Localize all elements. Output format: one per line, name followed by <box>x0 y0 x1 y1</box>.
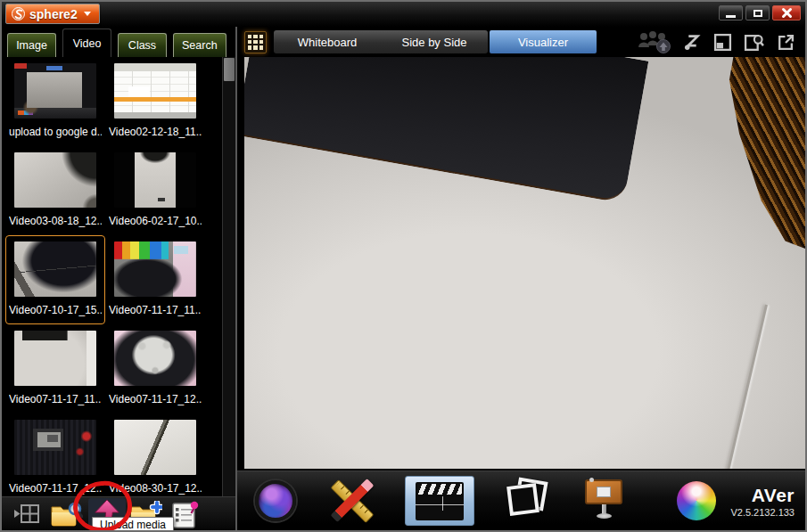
popout-window-button[interactable] <box>776 33 795 52</box>
open-folder-button[interactable] <box>49 499 83 529</box>
brand-logo: AVer <box>730 485 795 506</box>
thumbnail-list: upload to google d... Video02-12-18_11..… <box>2 57 235 496</box>
list-item[interactable]: Video02-12-18_11... <box>105 57 205 146</box>
window-controls <box>719 5 801 20</box>
thumbnail-label: Video07-10-17_15... <box>9 304 102 316</box>
tab-side-by-side-label: Side by Side <box>402 36 467 49</box>
list-item[interactable]: Video07-11-17_12... <box>105 324 205 413</box>
corner-panel-button[interactable] <box>713 33 732 52</box>
app-menu-button[interactable]: sphere2 <box>5 4 100 24</box>
camera-paper-surface <box>244 57 805 469</box>
list-item[interactable]: Video08-30-17_12... <box>105 413 205 496</box>
scrollbar-thumb[interactable] <box>224 58 235 81</box>
video-thumbnail <box>114 241 196 297</box>
annotation-tools-button[interactable] <box>330 479 375 522</box>
presentation-button[interactable] <box>583 478 624 524</box>
tab-side-by-side[interactable]: Side by Side <box>381 30 488 53</box>
video-record-button-active[interactable] <box>405 476 474 526</box>
video-thumbnail <box>14 241 96 297</box>
list-item[interactable]: Video07-11-17_11... <box>105 235 205 324</box>
folder-search-icon <box>50 501 83 528</box>
tab-visualizer-label: Visualizer <box>518 36 568 49</box>
thumbnail-label: Video06-02-17_10... <box>109 215 202 227</box>
photo-frame-icon <box>506 483 539 516</box>
video-thumbnail <box>14 63 96 119</box>
maximize-button[interactable] <box>745 5 770 20</box>
version-text: V2.5.2132.133 <box>730 507 795 518</box>
tab-visualizer[interactable]: Visualizer <box>490 30 597 53</box>
library-tab-bar: Image Video Class Search <box>2 27 235 57</box>
z-pen-button[interactable] <box>683 33 702 52</box>
app-mode-toolbar: AVer V2.5.2132.133 <box>237 471 805 530</box>
dropdown-arrow-icon <box>84 12 91 16</box>
tab-video-label: Video <box>73 37 102 50</box>
app-title: sphere2 <box>29 7 78 21</box>
video-thumbnail <box>114 152 196 208</box>
minimize-icon <box>726 15 736 18</box>
thumbnail-label: Video07-11-17_12... <box>109 393 202 405</box>
tab-class[interactable]: Class <box>118 33 167 57</box>
send-to-layout-icon <box>12 503 41 526</box>
sphere-logo-icon <box>12 7 25 20</box>
list-item[interactable]: Video03-08-18_12... <box>5 146 105 235</box>
share-to-class-button[interactable] <box>636 29 671 54</box>
thumbnail-label: Video03-08-18_12... <box>9 215 102 227</box>
main-panel: Whiteboard Side by Side Visualizer <box>235 27 805 530</box>
tab-search-label: Search <box>182 39 218 52</box>
send-to-layout-button[interactable] <box>10 499 44 529</box>
clapperboard-icon <box>416 482 464 520</box>
brand-block: AVer V2.5.2132.133 <box>730 485 795 518</box>
camera-dark-object <box>244 57 648 203</box>
thumbnail-label: Video07-11-17_12... <box>9 482 102 495</box>
view-action-icons <box>636 29 805 54</box>
video-thumbnail <box>14 152 96 208</box>
tab-image[interactable]: Image <box>7 33 56 57</box>
tab-whiteboard[interactable]: Whiteboard <box>274 30 381 53</box>
thumbnail-label: Video08-30-17_12... <box>109 482 202 495</box>
view-mode-bar: Whiteboard Side by Side Visualizer <box>237 27 805 57</box>
list-item[interactable]: Video06-02-17_10... <box>105 146 205 235</box>
thumbnail-label: Video07-11-17_11... <box>9 393 102 405</box>
tab-class-label: Class <box>128 39 156 52</box>
list-item[interactable]: upload to google d... <box>5 57 105 146</box>
app-window: sphere2 Image Video Class Search <box>0 0 807 532</box>
color-sphere-icon <box>677 481 716 520</box>
preview-button[interactable] <box>744 33 764 52</box>
video-thumbnail <box>114 63 196 119</box>
camera-capture-button[interactable] <box>255 480 296 521</box>
upload-media-tooltip: Upload media <box>92 517 174 532</box>
thumbnail-label: Video07-11-17_11... <box>109 304 202 316</box>
thumbnail-label: Video02-12-18_11... <box>109 126 202 138</box>
tab-search[interactable]: Search <box>173 33 226 57</box>
tab-video[interactable]: Video <box>62 29 111 57</box>
camera-live-view <box>237 57 805 471</box>
close-button[interactable] <box>772 5 801 20</box>
close-icon <box>781 7 793 19</box>
grid-icon <box>248 35 251 38</box>
media-library-panel: Image Video Class Search upload to googl… <box>2 27 235 530</box>
list-item[interactable]: Video07-11-17_12... <box>5 413 105 496</box>
list-item[interactable]: Video07-11-17_11... <box>5 324 105 413</box>
minimize-button[interactable] <box>719 5 743 20</box>
tab-whiteboard-label: Whiteboard <box>298 36 357 49</box>
thumbnail-label: upload to google d... <box>9 126 102 138</box>
grid-view-button[interactable] <box>244 31 267 53</box>
playlist-icon <box>171 500 199 529</box>
video-thumbnail <box>14 331 96 386</box>
camera-wicker-basket <box>705 57 805 249</box>
easel-icon <box>585 479 622 504</box>
tab-image-label: Image <box>16 39 47 52</box>
video-thumbnail <box>114 420 196 475</box>
maximize-icon <box>753 10 762 17</box>
list-item-selected[interactable]: Video07-10-17_15... <box>5 235 105 324</box>
video-thumbnail <box>14 420 96 475</box>
photo-gallery-button[interactable] <box>505 479 553 523</box>
title-bar: sphere2 <box>2 2 805 27</box>
video-thumbnail <box>114 331 196 386</box>
sidebar-scrollbar[interactable] <box>222 57 235 496</box>
camera-paper-edge <box>726 305 768 469</box>
